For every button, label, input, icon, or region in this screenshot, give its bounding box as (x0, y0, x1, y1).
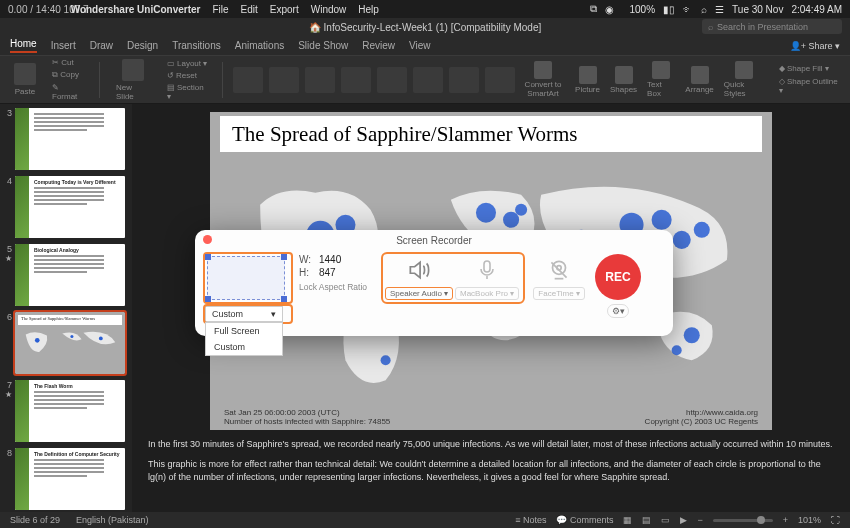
slide-thumbnail[interactable]: The Spread of Sapphire/Slammer Worms (15, 312, 125, 374)
capture-mode-fullscreen[interactable]: Full Screen (206, 323, 282, 339)
recorder-settings-button[interactable]: ⚙▾ (607, 304, 629, 318)
battery-label: 100% (630, 4, 656, 15)
picture-button[interactable]: Picture (575, 66, 600, 94)
tab-slideshow[interactable]: Slide Show (298, 40, 348, 51)
share-button[interactable]: 👤+ Share ▾ (790, 41, 840, 51)
textbox-button[interactable]: Text Box (647, 61, 675, 98)
arrange-icon (691, 66, 709, 84)
speaker-audio-dropdown[interactable]: Speaker Audio ▾ (385, 287, 453, 300)
slide-thumbnail[interactable]: The Definition of Computer Security (15, 448, 125, 510)
control-center-icon[interactable]: ☰ (715, 4, 724, 15)
record-dot-icon[interactable]: ◉ (605, 4, 614, 15)
screenshot-icon[interactable]: ⧉ (590, 3, 597, 15)
recorder-close-button[interactable] (203, 235, 212, 244)
wifi-icon[interactable]: ᯤ (683, 4, 693, 15)
slide-timestamp: Sat Jan 25 06:00:00 2003 (UTC) (224, 408, 390, 417)
speaker-notes[interactable]: In the first 30 minutes of Sapphire's sp… (132, 430, 850, 493)
paste-button[interactable]: Paste (8, 63, 42, 96)
zoom-out-button[interactable]: − (697, 515, 702, 525)
doc-title: 🏠 InfoSecurity-Lect-Week1 (1) [Compatibi… (309, 22, 541, 33)
webcam-dropdown[interactable]: FaceTime ▾ (533, 287, 584, 300)
layout-button[interactable]: ▭ Layout ▾ (163, 58, 212, 69)
view-normal-icon[interactable]: ▦ (623, 515, 632, 525)
lock-aspect-toggle[interactable]: Lock Aspect Ratio (299, 283, 375, 292)
tab-home[interactable]: Home (10, 38, 37, 53)
slide-thumbnails-panel[interactable]: 34Computing Today is Very Different5★Bio… (0, 104, 132, 512)
notes-toggle[interactable]: ≡ Notes (515, 515, 546, 525)
mic-dropdown[interactable]: MacBook Pro ▾ (455, 287, 519, 300)
menu-export[interactable]: Export (270, 4, 299, 15)
date-label[interactable]: Tue 30 Nov (732, 4, 783, 15)
menu-help[interactable]: Help (358, 4, 379, 15)
svg-point-1 (70, 335, 73, 338)
quickstyles-icon (735, 61, 753, 79)
slide-number: 3 (2, 108, 12, 170)
shape-outline-button[interactable]: ◇ Shape Outline ▾ (775, 76, 842, 96)
quickstyles-button[interactable]: Quick Styles (724, 61, 765, 98)
svg-point-18 (684, 327, 700, 343)
format-painter-button[interactable]: ✎ Format (48, 82, 89, 102)
clipboard-icon (14, 63, 36, 85)
language-indicator[interactable]: English (Pakistan) (76, 515, 149, 525)
tab-view[interactable]: View (409, 40, 431, 51)
slide-number: 7★ (2, 380, 12, 442)
tab-review[interactable]: Review (362, 40, 395, 51)
svg-point-9 (476, 203, 496, 223)
chevron-down-icon: ▾ (576, 289, 580, 298)
menu-file[interactable]: File (212, 4, 228, 15)
view-sorter-icon[interactable]: ▤ (642, 515, 651, 525)
shapes-button[interactable]: Shapes (610, 66, 637, 94)
view-slideshow-icon[interactable]: ▶ (680, 515, 687, 525)
zoom-slider[interactable] (713, 519, 773, 522)
speaker-icon[interactable] (405, 256, 433, 284)
new-slide-button[interactable]: New Slide (110, 59, 157, 101)
notes-paragraph: In the first 30 minutes of Sapphire's sp… (148, 438, 834, 452)
svg-point-10 (503, 212, 519, 228)
fit-to-window-icon[interactable]: ⛶ (831, 515, 840, 525)
slide-thumbnail[interactable] (15, 108, 125, 170)
section-button[interactable]: ▤ Section ▾ (163, 82, 212, 102)
cut-button[interactable]: ✂ Cut (48, 57, 89, 68)
svg-point-16 (694, 222, 710, 238)
battery-icon[interactable]: ▮▯ (663, 4, 675, 15)
slide-thumbnail[interactable]: Computing Today is Very Different (15, 176, 125, 238)
slide-thumbnail[interactable]: The Flash Worm (15, 380, 125, 442)
arrange-button[interactable]: Arrange (685, 66, 713, 94)
height-value[interactable]: 847 (319, 267, 336, 278)
record-button[interactable]: REC (595, 254, 641, 300)
app-name-menu[interactable]: Wondershare UniConverter (71, 4, 201, 15)
zoom-in-button[interactable]: + (783, 515, 788, 525)
copy-button[interactable]: ⧉ Copy (48, 69, 89, 81)
menu-window[interactable]: Window (311, 4, 347, 15)
capture-area-preview[interactable] (207, 256, 285, 300)
slide-thumbnail[interactable]: Biological Analogy (15, 244, 125, 306)
webcam-icon[interactable] (545, 256, 573, 284)
tab-animations[interactable]: Animations (235, 40, 284, 51)
capture-mode-dropdown[interactable]: Custom▾ (205, 306, 283, 322)
slide-number: 5★ (2, 244, 12, 306)
slide-counter: Slide 6 of 29 (10, 515, 60, 525)
tab-transitions[interactable]: Transitions (172, 40, 221, 51)
search-icon[interactable]: ⌕ (701, 4, 707, 15)
time-label[interactable]: 2:04:49 AM (791, 4, 842, 15)
svg-point-15 (673, 231, 691, 249)
comments-toggle[interactable]: 💬 Comments (556, 515, 613, 525)
shape-fill-button[interactable]: ◆ Shape Fill ▾ (775, 63, 842, 74)
capture-mode-custom[interactable]: Custom (206, 339, 282, 355)
tab-insert[interactable]: Insert (51, 40, 76, 51)
view-reading-icon[interactable]: ▭ (661, 515, 670, 525)
tab-draw[interactable]: Draw (90, 40, 113, 51)
width-value[interactable]: 1440 (319, 254, 341, 265)
tab-design[interactable]: Design (127, 40, 158, 51)
convert-smartart-button[interactable]: Convert to SmartArt (521, 61, 565, 98)
svg-point-0 (35, 338, 40, 343)
ribbon-tabs: Home Insert Draw Design Transitions Anim… (0, 36, 850, 56)
microphone-icon[interactable] (473, 256, 501, 284)
chevron-down-icon: ▾ (271, 309, 276, 319)
presentation-search-input[interactable]: ⌕ Search in Presentation (702, 19, 842, 34)
reset-button[interactable]: ↺ Reset (163, 70, 212, 81)
menu-edit[interactable]: Edit (241, 4, 258, 15)
zoom-level[interactable]: 101% (798, 515, 821, 525)
notes-paragraph: This graphic is more for effect rather t… (148, 458, 834, 485)
shapes-icon (615, 66, 633, 84)
